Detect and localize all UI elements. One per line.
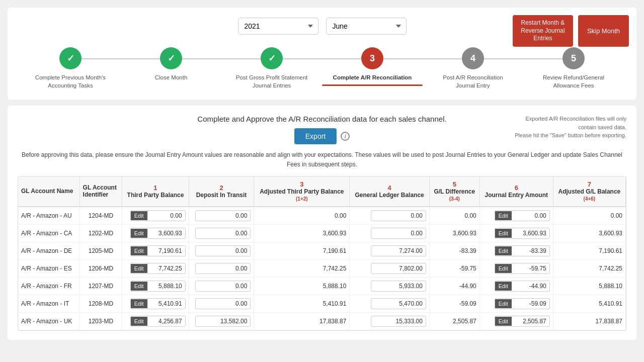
top-card: Restart Month & Reverse Journal Entries … <box>8 8 636 100</box>
edit-value: 5,888.10 <box>147 281 185 291</box>
gl-input-value: 7,274.00 <box>371 246 426 256</box>
edit-button[interactable]: Edit <box>131 299 147 308</box>
journal-entry-cell[interactable]: Edit2,505.87 <box>479 312 553 330</box>
deposit-cell[interactable]: 0.00 <box>189 259 254 277</box>
edit-field: Edit4,256.87 <box>130 316 186 327</box>
journal-entry-cell[interactable]: Edit-83.39 <box>479 242 553 259</box>
step-3-circle: ✓ <box>261 47 283 69</box>
deposit-cell[interactable]: 0.00 <box>189 277 254 295</box>
edit-button[interactable]: Edit <box>495 282 512 291</box>
gl-input-field[interactable]: 0.00 <box>371 210 426 221</box>
edit-value: -59.75 <box>512 263 549 274</box>
gl-input-field[interactable]: 15,333.00 <box>371 316 426 327</box>
edit-value: 4,256.87 <box>147 316 185 326</box>
gl-input-field[interactable]: 0.00 <box>195 281 251 292</box>
third-party-cell[interactable]: Edit0.00 <box>122 207 189 225</box>
adjusted-cell: 3,600.93 <box>254 224 350 242</box>
ar-reconciliation-table: GL Account Name GL AccountIdentifier 1 T… <box>18 176 626 330</box>
gl-input-value: 0.00 <box>371 228 426 238</box>
gl-balance-cell[interactable]: 5,933.00 <box>350 277 429 295</box>
step-6: 5 Review Refund/GeneralAllowance Fees <box>523 47 624 89</box>
journal-entry-cell[interactable]: Edit0.00 <box>479 207 553 225</box>
bottom-card: Complete and Approve the A/R Reconciliat… <box>8 106 636 339</box>
col-header-gl-name: GL Account Name <box>18 176 79 207</box>
edit-field: Edit5,410.91 <box>130 298 186 309</box>
gl-balance-cell[interactable]: 15,333.00 <box>350 312 429 330</box>
adjusted-cell: 17,838.87 <box>254 312 350 330</box>
third-party-cell[interactable]: Edit7,190.61 <box>122 242 189 259</box>
third-party-cell[interactable]: Edit4,256.87 <box>122 312 189 330</box>
col-header-third-party: 1 Third Party Balance <box>122 176 189 207</box>
gl-input-field[interactable]: 0.00 <box>195 228 251 239</box>
gl-input-field[interactable]: 0.00 <box>371 228 426 239</box>
deposit-cell[interactable]: 0.00 <box>189 224 254 242</box>
gl-input-field[interactable]: 5,470.00 <box>371 298 426 309</box>
journal-entry-cell[interactable]: Edit3,600.93 <box>479 224 553 242</box>
gl-balance-cell[interactable]: 0.00 <box>350 207 429 225</box>
step-3: ✓ Post Gross Profit StatementJournal Ent… <box>221 47 322 89</box>
gl-input-field[interactable]: 5,933.00 <box>371 281 426 292</box>
edit-button[interactable]: Edit <box>131 211 147 220</box>
gl-input-value: 0.00 <box>196 281 250 291</box>
third-party-cell[interactable]: Edit3,600.93 <box>122 224 189 242</box>
col-header-adjusted-third: 3 Adjusted Third Party Balance (1+2) <box>254 176 350 207</box>
gl-diff-cell: 2,505.87 <box>429 312 479 330</box>
gl-input-value: 15,333.00 <box>371 316 426 326</box>
edit-button[interactable]: Edit <box>495 229 512 238</box>
edit-button[interactable]: Edit <box>495 246 512 255</box>
edit-button[interactable]: Edit <box>495 211 512 220</box>
gl-input-field[interactable]: 7,274.00 <box>371 245 426 256</box>
edit-field: Edit7,190.61 <box>130 245 186 256</box>
edit-button[interactable]: Edit <box>131 282 147 291</box>
ar-reconciliation-table-wrapper[interactable]: GL Account Name GL AccountIdentifier 1 T… <box>18 176 626 331</box>
edit-button[interactable]: Edit <box>131 229 147 238</box>
gl-balance-cell[interactable]: 5,470.00 <box>350 295 429 312</box>
journal-entry-cell[interactable]: Edit-59.75 <box>479 259 553 277</box>
gl-account-id-cell: 1202-MD <box>79 224 122 242</box>
step-5-label: Post A/R ReconciliationJournal Entry <box>440 73 506 89</box>
year-dropdown[interactable]: 2021 2020 2022 <box>238 18 318 35</box>
journal-entry-cell[interactable]: Edit-44.90 <box>479 277 553 295</box>
col-header-adjusted-gl: 7 Adjusted G/L Balance (4+6) <box>553 176 625 207</box>
skip-button[interactable]: Skip Month <box>578 15 629 47</box>
edit-field: Edit-83.39 <box>495 245 550 256</box>
third-party-cell[interactable]: Edit5,410.91 <box>122 295 189 312</box>
third-party-cell[interactable]: Edit7,742.25 <box>122 259 189 277</box>
journal-entry-cell[interactable]: Edit-59.09 <box>479 295 553 312</box>
deposit-cell[interactable]: 0.00 <box>189 295 254 312</box>
step-6-circle: 5 <box>562 47 585 69</box>
deposit-cell[interactable]: 0.00 <box>189 207 254 225</box>
gl-balance-cell[interactable]: 7,802.00 <box>350 259 429 277</box>
gl-input-field[interactable]: 0.00 <box>195 263 251 274</box>
edit-button[interactable]: Edit <box>131 317 147 326</box>
deposit-cell[interactable]: 0.00 <box>189 242 254 259</box>
step-3-label: Post Gross Profit StatementJournal Entri… <box>233 73 310 89</box>
gl-input-field[interactable]: 0.00 <box>195 210 251 221</box>
edit-button[interactable]: Edit <box>495 299 512 308</box>
gl-account-name-cell: A/R - Amazon - DE <box>18 242 79 259</box>
gl-input-field[interactable]: 0.00 <box>195 298 251 309</box>
gl-balance-cell[interactable]: 7,274.00 <box>350 242 429 259</box>
third-party-cell[interactable]: Edit5,888.10 <box>122 277 189 295</box>
restart-button[interactable]: Restart Month & Reverse Journal Entries <box>513 15 573 47</box>
deposit-cell[interactable]: 13,582.00 <box>189 312 254 330</box>
gl-input-value: 13,582.00 <box>196 316 250 326</box>
gl-balance-cell[interactable]: 0.00 <box>350 224 429 242</box>
gl-diff-cell: -59.09 <box>429 295 479 312</box>
gl-input-field[interactable]: 13,582.00 <box>195 316 251 327</box>
gl-input-value: 0.00 <box>196 228 250 238</box>
gl-account-name-cell: A/R - Amazon - AU <box>18 207 79 225</box>
gl-input-field[interactable]: 7,802.00 <box>371 263 426 274</box>
step-6-label: Review Refund/GeneralAllowance Fees <box>540 73 607 89</box>
col-num-7: 7 <box>556 180 622 188</box>
export-button[interactable]: Export <box>294 128 337 144</box>
edit-button[interactable]: Edit <box>495 264 512 273</box>
edit-button[interactable]: Edit <box>131 264 147 273</box>
gl-input-field[interactable]: 0.00 <box>195 245 251 256</box>
edit-button[interactable]: Edit <box>131 246 147 255</box>
gl-account-id-cell: 1208-MD <box>79 295 122 312</box>
month-dropdown[interactable]: JanuaryFebruaryMarch AprilMayJune JulyAu… <box>326 18 407 35</box>
col-header-gl-id: GL AccountIdentifier <box>79 176 122 207</box>
gl-diff-cell: 3,600.93 <box>429 224 479 242</box>
edit-button[interactable]: Edit <box>495 317 512 326</box>
